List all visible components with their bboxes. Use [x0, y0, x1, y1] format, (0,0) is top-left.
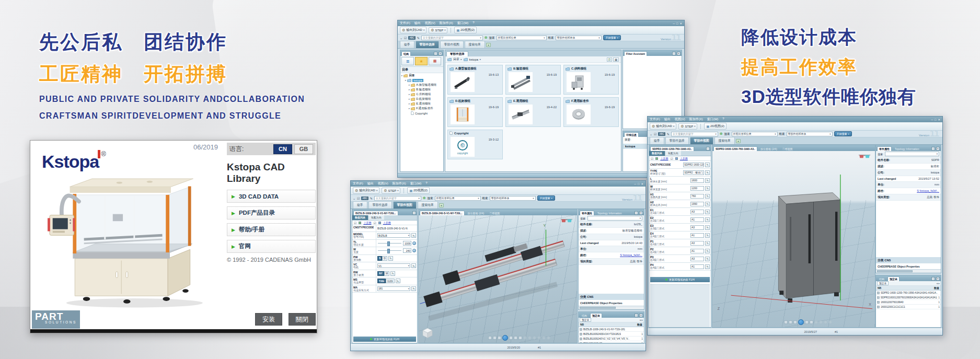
menu-item[interactable]: 输出: [414, 21, 421, 26]
float-icon[interactable]: □: [412, 211, 416, 215]
model-select[interactable]: BIZ5LB▾: [377, 233, 410, 238]
view-icon[interactable]: [789, 320, 792, 324]
menu-item[interactable]: ?: [425, 181, 427, 186]
parameter-row[interactable]: L柜体长度 [mm] 1600✎: [649, 177, 711, 184]
horizontal-scrollbar[interactable]: [579, 306, 644, 309]
float-icon[interactable]: □: [706, 147, 710, 150]
menu-item[interactable]: 文件(F): [353, 181, 363, 186]
update-preview-button[interactable]: 更新3D预览的值 F1/H: [650, 277, 710, 282]
catalogs-icon[interactable]: ≣: [401, 57, 414, 65]
filter-scope-select[interactable]: 零部件组和单体▾: [787, 132, 833, 136]
mount-select[interactable]: 181▾: [377, 286, 410, 291]
part-code-tab[interactable]: SDPR2-1600-1200-760-1990-A3..: [650, 146, 694, 151]
edit-icon[interactable]: ✎: [705, 225, 710, 230]
edit-icon[interactable]: ✎: [705, 217, 710, 222]
close-icon[interactable]: ✕: [677, 52, 681, 55]
menu-item[interactable]: 输出: [664, 117, 671, 122]
tab[interactable]: 搜索结果: [465, 41, 485, 48]
material-toggle[interactable]: NYM: [377, 271, 389, 276]
schedule-tab[interactable]: 预定表: [887, 276, 900, 281]
installer-menu-item[interactable]: ▶ 帮助/手册: [227, 223, 316, 236]
orbit-icon[interactable]: [502, 335, 508, 341]
part-properties-tab[interactable]: 零件属性: [580, 211, 594, 215]
checkbox-icon[interactable]: ☑: [404, 36, 407, 40]
copyright-tile[interactable]: Copyright 19-3-12 © copyright: [447, 130, 503, 159]
maximize-icon[interactable]: □: [676, 22, 678, 25]
close-icon[interactable]: ✕: [641, 182, 643, 186]
edit-icon[interactable]: ✎: [705, 170, 710, 175]
tree-root[interactable]: ▸ 目录: [400, 73, 443, 78]
abc-toggle[interactable]: ABC: [408, 36, 415, 40]
tree-item[interactable]: ▸ C.供料模组: [400, 92, 443, 97]
menu-item[interactable]: ?: [722, 117, 724, 122]
favorites-icon[interactable]: ★: [415, 57, 428, 65]
menu-item[interactable]: 窗口(W): [410, 181, 422, 186]
close-icon[interactable]: ✕: [439, 52, 442, 55]
view-icon[interactable]: [488, 336, 492, 340]
structure-tab[interactable]: 结构: [580, 313, 589, 318]
menu-item[interactable]: 视图(V): [378, 181, 388, 186]
edit-icon[interactable]: ✎: [411, 233, 416, 238]
parameter-row[interactable]: W柜体宽度 [mm] 1200✎: [649, 184, 711, 192]
tree-item[interactable]: ▸ B.输送模组: [400, 87, 443, 92]
zoom-icon[interactable]: [793, 320, 797, 324]
close-icon[interactable]: ✕: [938, 118, 940, 121]
export-cad-button[interactable]: ⚙输出到CAD▾: [650, 123, 676, 130]
close-icon[interactable]: ✕: [639, 211, 643, 215]
tab[interactable]: 助手: [400, 41, 414, 48]
collapse-icon[interactable]: ⌄: [650, 132, 652, 136]
bom-row[interactable]: BIZ5LB1009240SV1NYT20i181S1: [579, 332, 644, 337]
view-cube[interactable]: [422, 327, 433, 339]
menu-item[interactable]: 附加件(X): [689, 117, 703, 122]
pan-icon[interactable]: [805, 320, 809, 324]
edit-icon[interactable]: ✎: [411, 263, 416, 268]
checkbox-icon[interactable]: ☑: [357, 196, 360, 200]
parameter-row[interactable]: P1右1窗门形式 A3✎: [649, 239, 711, 247]
start-search-button[interactable]: 开始搜索▾: [537, 195, 555, 201]
pan-icon[interactable]: [509, 336, 513, 340]
parameter-row[interactable]: CNSTYPECODE SDPR2-1600-1200-760-19✎: [649, 161, 711, 169]
orbit-icon[interactable]: [798, 319, 804, 325]
breadcrumb-root[interactable]: 目录: [453, 57, 459, 62]
menu-item[interactable]: 窗口(W): [707, 117, 719, 122]
schedule-tab[interactable]: 预定表: [590, 313, 602, 318]
installer-menu-item[interactable]: ▶ PDF产品目录: [227, 206, 316, 219]
step-format-button[interactable]: ⚙STEP▾: [429, 27, 447, 33]
close-button[interactable]: 關閉: [289, 313, 316, 326]
tab[interactable]: 零部件视图: [393, 201, 417, 209]
search-input[interactable]: 全文搜索的关键字▾: [421, 36, 483, 40]
parameter-row[interactable]: H1台面高度 [mm] 760✎: [649, 192, 711, 200]
filter-assistant-tab[interactable]: Filter Assistant: [624, 51, 647, 56]
2d-view-tab[interactable]: 二维视图: [487, 211, 502, 215]
tab[interactable]: 零部件选择: [368, 201, 392, 209]
bom-row[interactable]: SDPR2-1600-1200-760-1990-A3A1A3A1-A3A1A.…: [876, 291, 941, 295]
assembly-tab[interactable]: 装配方向: [665, 151, 681, 156]
maximize-icon[interactable]: □: [935, 118, 936, 121]
menu-item[interactable]: 文件(F): [650, 117, 660, 122]
schedule-subtab[interactable]: 预定表: [580, 318, 591, 322]
menu-item[interactable]: 视图(V): [425, 21, 435, 26]
tree-item[interactable]: ▸ A.微型输送模组: [400, 83, 443, 87]
structure-tab[interactable]: 结构: [877, 276, 886, 281]
start-search-button[interactable]: 开始搜索▾: [603, 35, 621, 40]
part-properties-tab[interactable]: 零件属性: [877, 146, 892, 151]
topology-tab[interactable]: Topology Information: [893, 146, 921, 151]
motor-select[interactable]: V1▾: [377, 263, 410, 268]
tab[interactable]: 助手: [353, 201, 367, 209]
tab[interactable]: 零部件视图: [440, 41, 464, 48]
float-icon[interactable]: □: [672, 52, 676, 55]
edit-icon[interactable]: ✎: [705, 241, 710, 246]
add-tab-button[interactable]: +: [486, 43, 491, 47]
tab[interactable]: 零部件选择: [416, 41, 439, 48]
apply-icon[interactable]: [412, 241, 416, 245]
values-tab[interactable]: 数值列表: [649, 151, 665, 156]
maximize-icon[interactable]: □: [638, 182, 639, 186]
catalog-tile[interactable]: F.通用标准件 19-6-19: [563, 97, 619, 127]
tree-item[interactable]: ▸ E.通用模组: [400, 101, 443, 106]
tab[interactable]: 零部件选择: [665, 137, 689, 144]
minimize-icon[interactable]: ─: [673, 22, 675, 25]
tree-item-copyright[interactable]: Copyright: [400, 111, 443, 115]
tree-item[interactable]: ▸ F.通用标准件: [400, 106, 443, 111]
topology-tab[interactable]: Topology Information: [595, 211, 624, 215]
search-scope-select[interactable]: 所有目录和分类▾: [497, 36, 547, 40]
